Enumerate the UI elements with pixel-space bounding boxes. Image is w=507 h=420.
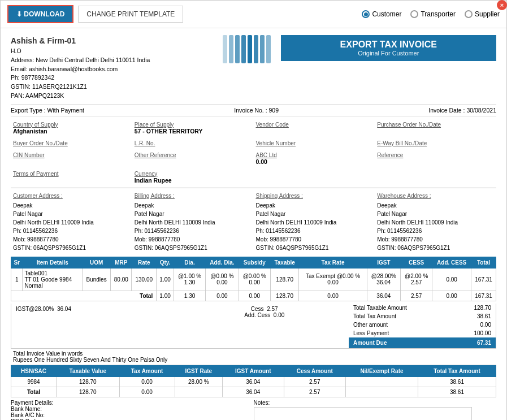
- lr-no-label: L.R. No.: [135, 140, 252, 146]
- tax-col-total-tax: Total Tax Amount: [418, 365, 496, 376]
- stripe-4: [241, 35, 246, 63]
- total-subsidy: 0.00: [239, 291, 270, 301]
- payment-label: Payment Details:: [11, 400, 254, 406]
- place-supply-value: 57 - OTHER TERRITORY: [135, 128, 252, 135]
- radio-customer[interactable]: Customer: [362, 10, 401, 18]
- notes-box: [254, 407, 473, 421]
- country-supply-label: Country of Supply: [13, 122, 130, 128]
- add-cess-val: 0.00: [274, 312, 284, 318]
- shipping-city: Delhi North DELHI 110009 India: [256, 218, 373, 227]
- igst-left-block: IGST@28.00% 36.04: [11, 304, 180, 348]
- items-header-row: Sr Item Details UOM MRP Rate Qty. Dia. A…: [11, 257, 496, 268]
- col-taxable: Taxable: [270, 257, 299, 268]
- firm-name: Ashish & Firm-01: [11, 35, 213, 47]
- stripe-7: [260, 35, 265, 63]
- purchase-order-label: Purchase Order No./Date: [377, 122, 494, 128]
- amount-due-val: 67.31: [477, 340, 491, 346]
- tax-header-row: HSN/SAC Taxable Value Tax Amount IGST Ra…: [11, 365, 496, 376]
- col-mrp: MRP: [111, 257, 132, 268]
- reference-label: Reference: [377, 152, 494, 158]
- warehouse-address-label: Warehouse Address :: [377, 192, 494, 200]
- radio-supplier[interactable]: Supplier: [465, 10, 500, 18]
- tax-total-cess: 2.57: [284, 387, 345, 397]
- tax-total-nil: [345, 387, 418, 397]
- tax-col-igst-rate: IGST Rate: [175, 365, 222, 376]
- total-igst: 36.04: [367, 291, 400, 301]
- col-dia: Dia.: [174, 257, 205, 268]
- row-total: 167.31: [471, 268, 496, 291]
- invoice-content: Ashish & Firm-01 H.O Address: New Delhi …: [1, 28, 506, 420]
- summary-block: IGST@28.00% 36.04 Cess 2.57 Add. Cess 0.…: [11, 304, 496, 349]
- shipping-ph: Ph: 01145562236: [256, 227, 373, 235]
- less-payment-line: Less Payment 100.00: [349, 329, 496, 337]
- warehouse-gstin: GSTIN: 06AQSPS7965G1Z1: [377, 244, 494, 252]
- invoice-header: Ashish & Firm-01 H.O Address: New Delhi …: [11, 35, 496, 101]
- customer-name: Deepak: [13, 201, 130, 210]
- tax-col-taxable: Taxable Value: [57, 365, 119, 376]
- bank-name: Bank Name:: [11, 406, 254, 412]
- cess-label: Cess: [251, 306, 264, 312]
- stripe-6: [254, 35, 258, 63]
- col-item: Item Details: [23, 257, 83, 268]
- tax-hsn: 9984: [11, 376, 57, 387]
- total-qty: 1.00: [157, 291, 174, 301]
- invoice-no: Invoice No. : 909: [234, 107, 279, 114]
- stripe-1: [223, 35, 227, 63]
- change-print-button[interactable]: CHANGE PRINT TEMPLATE: [78, 6, 183, 23]
- customer-city: Delhi North DELHI 110009 India: [13, 218, 130, 227]
- address-grid: Customer Address : Deepak Patel Nagar De…: [11, 190, 496, 253]
- total-add-cess: 0.00: [432, 291, 471, 301]
- totals-right-block: Total Taxable Amount 128.70 Total Tax Am…: [349, 304, 496, 348]
- eway-cell: E-Way Bill No./Date: [375, 138, 496, 148]
- row-sr: 1: [11, 268, 23, 291]
- total-tax-label: Total Tax Amount: [353, 313, 396, 319]
- billing-area: Patel Nagar: [135, 210, 252, 218]
- col-qty: Qty.: [157, 257, 174, 268]
- firm-type: H.O: [11, 47, 213, 56]
- total-row: Total 1.00 1.30 0.00 0.00 128.70 0.00 36…: [11, 291, 496, 301]
- abc-value: 0.00: [256, 158, 373, 165]
- tax-total-tax: 38.61: [418, 376, 496, 387]
- billing-city: Delhi North DELHI 110009 India: [135, 218, 252, 227]
- row-cess: @2.00 %2.57: [401, 268, 432, 291]
- cin-label: CIN Number: [13, 152, 130, 158]
- invoice-subtitle: Original For Customer: [288, 50, 490, 57]
- download-button[interactable]: ⬇ DOWNLOAD: [7, 5, 73, 23]
- customer-mob: Mob: 9988877780: [13, 235, 130, 244]
- row-tax-rate: Tax Exempt @0.00 %0.00: [299, 268, 367, 291]
- firm-ph: Ph: 9877892342: [11, 73, 213, 83]
- invoice-window: × ⬇ DOWNLOAD CHANGE PRINT TEMPLATE Custo…: [0, 0, 507, 420]
- tax-summary-table: HSN/SAC Taxable Value Tax Amount IGST Ra…: [11, 365, 496, 397]
- tax-total-igst-amt: 36.04: [222, 387, 284, 397]
- col-total: Total: [471, 257, 496, 268]
- total-taxable-label: Total Taxable Amount: [353, 305, 407, 311]
- cess-line: Cess 2.57: [185, 306, 345, 312]
- invoice-date: Invoice Date : 30/08/2021: [428, 107, 496, 114]
- total-tax-rate: 0.00: [299, 291, 367, 301]
- country-supply-cell: Country of Supply Afghanistan: [11, 120, 132, 136]
- tax-total-row: Total 128.70 0.00 36.04 2.57 38.61: [11, 387, 496, 397]
- other-ref-cell: Other Reference: [132, 150, 254, 167]
- billing-name: Deepak: [135, 201, 252, 210]
- billing-gstin: GSTIN: 06AQSPS7965G1Z1: [135, 244, 252, 252]
- igst-line: IGST@28.00% 36.04: [16, 306, 176, 312]
- tax-total-label: Total: [11, 387, 57, 397]
- purchase-order-cell: Purchase Order No./Date: [375, 120, 496, 136]
- tax-total-taxable: 128.70: [57, 387, 119, 397]
- row-mrp: 80.00: [111, 268, 132, 291]
- firm-info: Ashish & Firm-01 H.O Address: New Delhi …: [11, 35, 213, 101]
- close-button[interactable]: ×: [497, 0, 507, 10]
- row-taxable: 128.70: [270, 268, 299, 291]
- warehouse-address-cell: Warehouse Address : Deepak Patel Nagar D…: [375, 190, 496, 253]
- warehouse-ph: Ph: 01145562236: [377, 227, 494, 235]
- customer-address-cell: Customer Address : Deepak Patel Nagar De…: [11, 190, 132, 253]
- col-uom: UOM: [83, 257, 111, 268]
- total-add-dia: 0.00: [206, 291, 239, 301]
- shipping-mob: Mob: 9988877780: [256, 235, 373, 244]
- radio-transporter[interactable]: Transporter: [410, 10, 456, 18]
- buyer-order-cell: Buyer Order No./Date: [11, 138, 132, 148]
- igst-label: IGST@28.00%: [16, 306, 54, 312]
- buyer-order-label: Buyer Order No./Date: [13, 140, 130, 146]
- row-dia: @1.00 %1.30: [174, 268, 205, 291]
- words-value: Rupees One Hundred Sixty Seven And Thirt…: [13, 357, 494, 363]
